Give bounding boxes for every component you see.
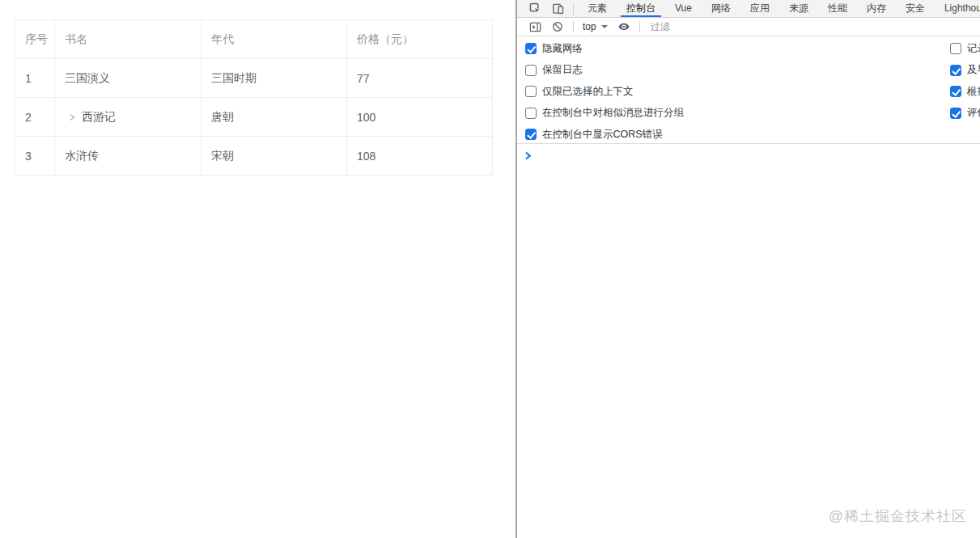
setting-label: 记录 [967, 42, 980, 56]
tab-label: 网络 [711, 2, 731, 14]
checkbox[interactable] [950, 65, 961, 76]
cell-price: 77 [347, 59, 493, 98]
divider [639, 21, 640, 32]
checkbox[interactable] [950, 108, 961, 119]
book-table: 序号 书名 年代 价格（元） 1 三国演义 [15, 19, 493, 176]
console-sidebar-icon[interactable] [528, 20, 541, 33]
console-toolbar: top [517, 18, 980, 36]
setting-group-similar[interactable]: 在控制台中对相似消息进行分组 [525, 108, 684, 119]
table-row: 1 三国演义 三国时期 77 [15, 59, 493, 98]
chevron-down-icon [601, 25, 608, 28]
setting-show-cors-errors[interactable]: 在控制台中显示CORS错误 [525, 129, 684, 140]
tab-label: 应用 [750, 2, 770, 14]
device-toolbar-icon[interactable] [551, 2, 564, 15]
book-name: 水浒传 [65, 149, 99, 163]
setting-selected-context-only[interactable]: 仅限已选择的上下文 [525, 86, 684, 97]
setting-label: 保留日志 [542, 63, 583, 77]
tab-label: 安全 [906, 2, 925, 14]
tab-lighthouse[interactable]: Lighthouse [935, 0, 980, 17]
clear-console-icon[interactable] [551, 20, 564, 33]
tab-sources[interactable]: 来源 [779, 0, 818, 17]
cell-era: 宋朝 [202, 137, 347, 176]
setting-label: 及早 [967, 63, 980, 77]
tab-label: 来源 [789, 2, 808, 14]
setting-log-xhr[interactable]: 记录 [950, 43, 980, 54]
browser-page: 序号 书名 年代 价格（元） 1 三国演义 [0, 0, 515, 538]
divider [573, 3, 574, 15]
tab-label: Lighthouse [944, 2, 980, 14]
tab-elements[interactable]: 元素 [578, 0, 617, 17]
chevron-right-icon[interactable] [68, 113, 76, 121]
filter-input[interactable] [649, 20, 957, 33]
table-row: 2 西游记 唐朝 100 [15, 98, 493, 137]
setting-label: 在控制台中对相似消息进行分组 [542, 106, 684, 120]
tab-application[interactable]: 应用 [740, 0, 779, 17]
setting-label: 隐藏网络 [542, 42, 583, 56]
column-header-era: 年代 [202, 20, 347, 59]
cell-name: 西游记 [55, 98, 202, 137]
checkbox[interactable] [525, 86, 537, 97]
cell-num: 2 [15, 98, 55, 137]
console-settings-left: 隐藏网络 保留日志 仅限已选择的上下文 在控制台中对相似消息进行分组 在控制台中… [525, 43, 684, 150]
checkbox[interactable] [525, 43, 537, 54]
checkbox[interactable] [525, 65, 537, 76]
watermark: @稀土掘金技术社区 [829, 506, 967, 526]
tab-label: Vue [675, 2, 692, 14]
devtools-panel: 元素 控制台 Vue 网络 应用 来源 性能 内存 安全 Lighthouse … [515, 0, 980, 538]
tab-memory[interactable]: 内存 [857, 0, 896, 17]
cell-era: 唐朝 [202, 98, 347, 137]
tab-performance[interactable]: 性能 [818, 0, 857, 17]
checkbox[interactable] [525, 129, 537, 140]
inspect-icon[interactable] [528, 2, 541, 15]
cell-era: 三国时期 [202, 59, 347, 98]
tab-security[interactable]: 安全 [896, 0, 935, 17]
divider [573, 21, 574, 32]
console-settings: 隐藏网络 保留日志 仅限已选择的上下文 在控制台中对相似消息进行分组 在控制台中… [517, 36, 980, 144]
setting-label: 仅限已选择的上下文 [542, 85, 634, 99]
column-header-price: 价格（元） [347, 20, 493, 59]
cell-num: 1 [15, 59, 55, 98]
context-selector-value: top [583, 21, 596, 32]
setting-label: 评估 [967, 106, 980, 120]
setting-preserve-log[interactable]: 保留日志 [525, 65, 684, 76]
book-name: 三国演义 [65, 71, 110, 86]
tab-label: 性能 [828, 2, 847, 14]
setting-evaluate-activation[interactable]: 评估 [950, 108, 980, 119]
setting-label: 根据 [967, 85, 980, 99]
screen: 序号 书名 年代 价格（元） 1 三国演义 [0, 0, 980, 538]
cell-name: 水浒传 [55, 137, 202, 176]
checkbox[interactable] [525, 108, 537, 119]
checkbox[interactable] [950, 86, 961, 97]
tab-label: 控制台 [626, 2, 655, 14]
tab-network[interactable]: 网络 [702, 0, 740, 17]
tab-console[interactable]: 控制台 [617, 0, 665, 17]
setting-eager-evaluation[interactable]: 及早 [950, 65, 980, 76]
book-name: 西游记 [82, 110, 116, 125]
tab-vue[interactable]: Vue [665, 0, 702, 17]
checkbox[interactable] [950, 43, 961, 54]
cell-name: 三国演义 [55, 59, 202, 98]
tab-label: 内存 [867, 2, 886, 14]
prompt-chevron-icon [524, 149, 532, 163]
cell-num: 3 [15, 137, 55, 176]
console-settings-right: 记录 及早 根据 评估 [950, 43, 980, 129]
table-header-row: 序号 书名 年代 价格（元） [15, 20, 493, 59]
context-selector[interactable]: top [583, 21, 608, 32]
eye-icon[interactable] [617, 20, 630, 33]
setting-hide-network[interactable]: 隐藏网络 [525, 43, 684, 54]
devtools-tab-bar: 元素 控制台 Vue 网络 应用 来源 性能 内存 安全 Lighthouse [517, 0, 980, 18]
setting-autocomplete-history[interactable]: 根据 [950, 86, 980, 97]
column-header-name: 书名 [55, 20, 202, 59]
tab-label: 元素 [588, 2, 607, 14]
cell-price: 100 [347, 98, 493, 137]
column-header-num: 序号 [15, 20, 55, 59]
setting-label: 在控制台中显示CORS错误 [542, 128, 663, 142]
cell-price: 108 [347, 137, 493, 176]
table-row: 3 水浒传 宋朝 108 [15, 137, 493, 176]
